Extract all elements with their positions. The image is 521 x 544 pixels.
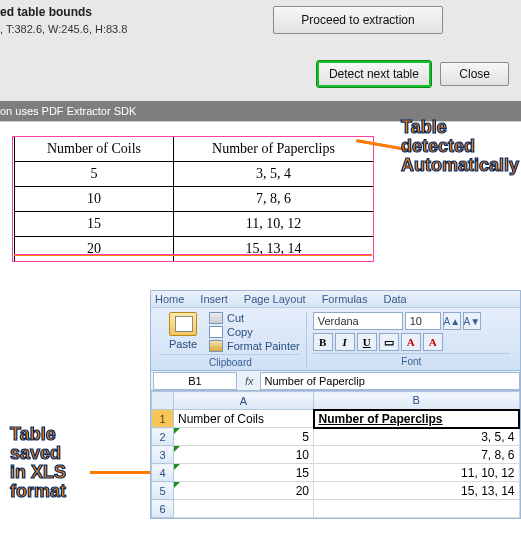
cell-a3[interactable]: 10: [174, 446, 314, 464]
extraction-dialog: ed table bounds , T:382.6, W:245.6, H:83…: [0, 0, 521, 101]
row-header-3[interactable]: 3: [152, 446, 174, 464]
cell-b1[interactable]: Number of Paperclips: [314, 410, 520, 428]
cell-b6[interactable]: [314, 500, 520, 518]
cell-a4[interactable]: 15: [174, 464, 314, 482]
cell-a1[interactable]: Number of Coils: [174, 410, 314, 428]
ribbon-tabs: Home Insert Page Layout Formulas Data: [151, 291, 520, 308]
copy-icon: [209, 326, 223, 338]
det-cell: 11, 10, 12: [173, 212, 373, 237]
italic-button[interactable]: I: [335, 333, 355, 351]
row-header-5[interactable]: 5: [152, 482, 174, 500]
row-header-1[interactable]: 1: [152, 410, 174, 428]
shrink-font-button[interactable]: A▼: [463, 312, 481, 330]
paste-button[interactable]: Paste: [161, 312, 205, 352]
det-cell: 10: [15, 187, 174, 212]
worksheet[interactable]: A B 1 Number of Coils Number of Papercli…: [151, 391, 520, 518]
select-all-corner[interactable]: [152, 392, 174, 410]
tab-home[interactable]: Home: [155, 293, 184, 305]
paste-label: Paste: [169, 338, 197, 350]
ribbon-body: Paste Cut Copy Format Painter Clipboard …: [151, 308, 520, 371]
det-cell: 20: [15, 237, 174, 262]
col-header-a[interactable]: A: [174, 392, 314, 410]
cell-a5[interactable]: 20: [174, 482, 314, 500]
format-painter-label: Format Painter: [227, 340, 300, 352]
bold-button[interactable]: B: [313, 333, 333, 351]
format-painter-button[interactable]: Format Painter: [209, 340, 300, 352]
clipboard-group-title: Clipboard: [161, 354, 300, 368]
font-size-combo[interactable]: 10: [405, 312, 441, 330]
row-header-2[interactable]: 2: [152, 428, 174, 446]
underline-button[interactable]: U: [357, 333, 377, 351]
cell-b4[interactable]: 11, 10, 12: [314, 464, 520, 482]
font-group-title: Font: [313, 353, 510, 367]
callout-arrow-2: [90, 471, 150, 474]
callout-saved: Table saved in XLS format: [10, 425, 66, 501]
det-cell: 15: [15, 212, 174, 237]
formula-bar: B1 fx Number of Paperclip: [151, 371, 520, 391]
callout-text: Table saved in XLS format: [10, 424, 66, 501]
cell-a2[interactable]: 5: [174, 428, 314, 446]
border-button[interactable]: ▭: [379, 333, 399, 351]
cell-b5[interactable]: 15, 13, 14: [314, 482, 520, 500]
close-button[interactable]: Close: [440, 62, 509, 86]
cut-button[interactable]: Cut: [209, 312, 300, 324]
paste-icon: [169, 312, 197, 336]
scissors-icon: [209, 312, 223, 324]
col-header-b[interactable]: B: [314, 392, 520, 410]
callout-text: Table detected Automatically: [401, 117, 519, 175]
det-cell: 3, 5, 4: [173, 162, 373, 187]
detect-next-table-button[interactable]: Detect next table: [317, 61, 431, 87]
det-cell: 7, 8, 6: [173, 187, 373, 212]
det-header: Number of Coils: [15, 137, 174, 162]
row-header-6[interactable]: 6: [152, 500, 174, 518]
fill-color-button[interactable]: A: [401, 333, 421, 351]
copy-label: Copy: [227, 326, 253, 338]
cell-b2[interactable]: 3, 5, 4: [314, 428, 520, 446]
detected-table: Number of Coils Number of Paperclips 53,…: [14, 136, 374, 262]
clipboard-group: Paste Cut Copy Format Painter Clipboard: [155, 312, 307, 368]
det-header: Number of Paperclips: [173, 137, 373, 162]
fx-icon[interactable]: fx: [245, 375, 254, 387]
det-cell: 5: [15, 162, 174, 187]
font-color-button[interactable]: A: [423, 333, 443, 351]
excel-window: Home Insert Page Layout Formulas Data Pa…: [150, 290, 521, 519]
cut-label: Cut: [227, 312, 244, 324]
callout-detected: Table detected Automatically: [401, 118, 519, 175]
cell-b3[interactable]: 7, 8, 6: [314, 446, 520, 464]
tab-page-layout[interactable]: Page Layout: [244, 293, 306, 305]
tab-insert[interactable]: Insert: [200, 293, 228, 305]
tab-formulas[interactable]: Formulas: [322, 293, 368, 305]
font-group: Verdana 10 A▲ A▼ B I U ▭ A A Font: [307, 312, 516, 368]
strike-line: [14, 254, 372, 256]
cell-a6[interactable]: [174, 500, 314, 518]
font-name-combo[interactable]: Verdana: [313, 312, 403, 330]
brush-icon: [209, 340, 223, 352]
tab-data[interactable]: Data: [383, 293, 406, 305]
proceed-button[interactable]: Proceed to extraction: [273, 6, 443, 34]
formula-input[interactable]: Number of Paperclip: [260, 372, 520, 390]
name-box[interactable]: B1: [153, 372, 237, 390]
row-header-4[interactable]: 4: [152, 464, 174, 482]
det-cell: 15, 13, 14: [173, 237, 373, 262]
copy-button[interactable]: Copy: [209, 326, 300, 338]
grow-font-button[interactable]: A▲: [443, 312, 461, 330]
